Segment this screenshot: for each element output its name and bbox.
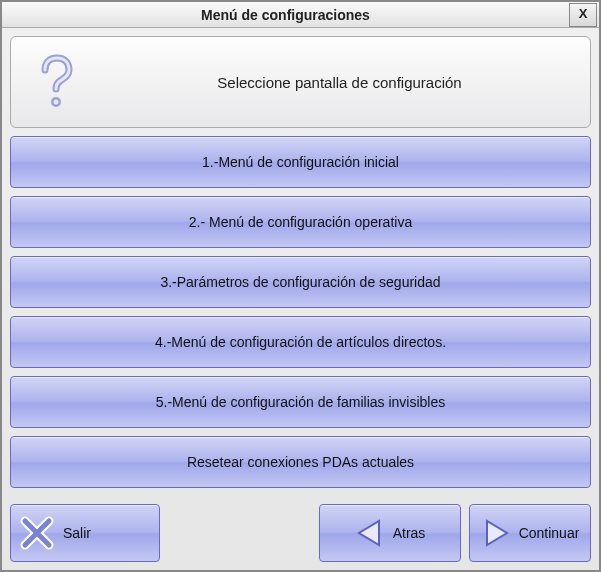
close-button[interactable]: X (569, 3, 597, 27)
menu-item-3[interactable]: 3.-Parámetros de configuración de seguri… (10, 256, 591, 308)
continue-button[interactable]: Continuar (469, 504, 591, 562)
window: Menú de configuraciones X Seleccione pan… (0, 0, 601, 572)
titlebar: Menú de configuraciones X (2, 2, 599, 28)
svg-marker-2 (359, 521, 379, 545)
back-button[interactable]: Atras (319, 504, 461, 562)
footer: Salir Atras Continuar (2, 496, 599, 570)
prompt-text: Seleccione pantalla de configuración (109, 74, 570, 91)
svg-point-1 (54, 100, 59, 105)
menu-item-label: 1.-Menú de configuración inicial (202, 154, 399, 170)
exit-button[interactable]: Salir (10, 504, 160, 562)
svg-marker-3 (487, 521, 507, 545)
continue-label: Continuar (519, 525, 580, 541)
exit-label: Salir (63, 525, 91, 541)
menu-item-label: 4.-Menú de configuración de artículos di… (155, 334, 446, 350)
exit-x-icon (19, 515, 55, 551)
menu-item-label: 2.- Menú de configuración operativa (189, 214, 412, 230)
content: Seleccione pantalla de configuración 1.-… (2, 28, 599, 496)
menu-item-label: 3.-Parámetros de configuración de seguri… (160, 274, 440, 290)
menu-item-2[interactable]: 2.- Menú de configuración operativa (10, 196, 591, 248)
arrow-left-icon (355, 518, 385, 548)
question-icon (31, 52, 79, 112)
window-title: Menú de configuraciones (2, 7, 569, 23)
footer-spacer (168, 504, 311, 562)
menu-item-label: Resetear conexiones PDAs actuales (187, 454, 414, 470)
menu-item-1[interactable]: 1.-Menú de configuración inicial (10, 136, 591, 188)
back-label: Atras (393, 525, 426, 541)
menu-item-5[interactable]: 5.-Menú de configuración de familias inv… (10, 376, 591, 428)
prompt-panel: Seleccione pantalla de configuración (10, 36, 591, 128)
menu-item-4[interactable]: 4.-Menú de configuración de artículos di… (10, 316, 591, 368)
arrow-right-icon (481, 518, 511, 548)
menu-item-label: 5.-Menú de configuración de familias inv… (156, 394, 445, 410)
menu-item-reset[interactable]: Resetear conexiones PDAs actuales (10, 436, 591, 488)
